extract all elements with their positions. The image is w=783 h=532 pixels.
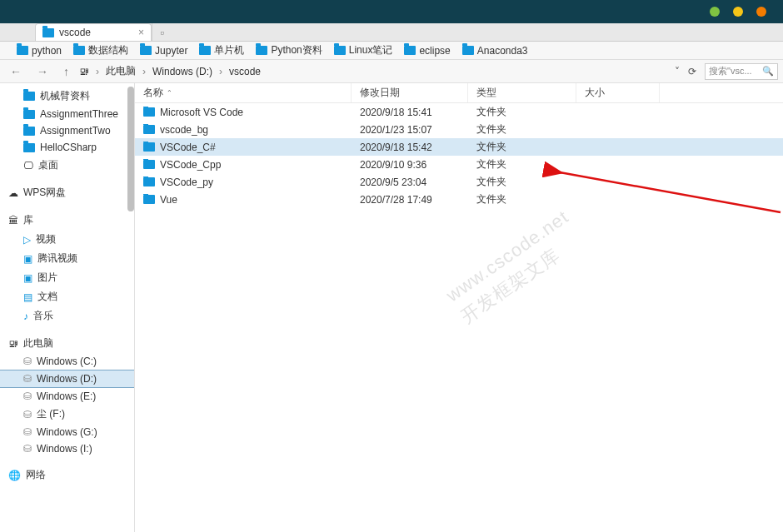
sidebar-library[interactable]: 🏛 库 [0,211,134,230]
bookmark-item[interactable]: Anaconda3 [462,45,528,57]
lib-item-icon: ▣ [23,272,32,284]
explorer-toolbar: ← → ↑ 🖳 › 此电脑 › Windows (D:) › vscode ˅ … [0,60,783,83]
folder-icon [143,160,155,169]
bookmarks-bar: python数据结构Jupyter单片机Python资料Linux笔记eclip… [0,42,783,60]
table-row[interactable]: VSCode_py2020/9/5 23:04文件夹 [135,173,783,191]
sidebar-lib-item[interactable]: ▣图片 [0,268,134,287]
table-row[interactable]: vscode_bg2020/1/23 15:07文件夹 [135,121,783,138]
column-headers: 名称 ⌃ 修改日期 类型 大小 [135,83,783,103]
file-type: 文件夹 [468,157,576,172]
desktop-icon: 🖵 [23,160,33,172]
folder-icon [143,107,155,117]
library-icon: 🏛 [8,215,18,226]
folder-icon [143,142,155,152]
col-size[interactable]: 大小 [576,83,660,102]
bookmark-item[interactable]: eclipse [404,45,450,57]
sidebar-lib-item[interactable]: ♪音乐 [0,306,134,326]
file-name: Microsoft VS Code [160,107,243,118]
history-dropdown[interactable]: ˅ [675,66,680,77]
bookmark-item[interactable]: 单片机 [199,43,244,57]
folder-icon [404,46,416,55]
browser-tab-active[interactable]: vscode × [35,23,152,41]
bookmark-item[interactable]: Python资料 [256,43,322,57]
folder-icon [256,46,267,55]
sidebar-lib-item[interactable]: ▷视频 [0,230,134,249]
tab-title: vscode [59,27,91,38]
file-name: vscode_bg [160,124,208,136]
file-name: VSCode_Cpp [160,159,221,171]
up-button[interactable]: ↑ [58,65,74,78]
breadcrumb[interactable]: 🖳 › 此电脑 › Windows (D:) › vscode [79,64,670,78]
window-maximize-dot[interactable] [733,7,743,17]
crumb-folder[interactable]: vscode [229,66,261,77]
table-row[interactable]: VSCode_Cpp2020/9/10 9:36文件夹 [135,156,783,173]
sidebar-fav-item[interactable]: AssignmentThree [0,106,134,122]
sidebar-drive-item[interactable]: ⛁Windows (E:) [0,388,134,405]
folder-icon [23,110,35,119]
table-row[interactable]: Microsoft VS Code2020/9/18 15:41文件夹 [135,103,783,121]
close-icon[interactable]: × [138,27,144,38]
pc-icon: 🖳 [79,66,89,77]
sidebar-drive-item[interactable]: ⛁Windows (C:) [0,353,134,370]
file-name: Vue [160,194,177,206]
col-name[interactable]: 名称 ⌃ [135,83,352,102]
col-date[interactable]: 修改日期 [352,83,468,102]
file-type: 文件夹 [468,192,576,206]
bookmark-item[interactable]: Linux笔记 [334,43,393,57]
file-type: 文件夹 [468,122,576,137]
sidebar-fav-item[interactable]: 机械臂资料 [0,87,134,106]
sidebar: 机械臂资料AssignmentThreeAssignmentTwoHelloCS… [0,83,135,532]
file-type: 文件夹 [468,105,576,119]
folder-icon [17,46,28,55]
sidebar-lib-item[interactable]: ▤文档 [0,287,134,306]
file-date: 2020/1/23 15:07 [352,124,468,136]
search-icon: 🔍 [762,66,774,77]
disk-icon: ⛁ [23,409,32,420]
folder-icon [462,46,474,55]
sort-indicator-icon: ⌃ [167,89,172,97]
search-input[interactable]: 搜索"vsc... 🔍 [705,63,778,80]
file-date: 2020/9/10 9:36 [352,159,468,171]
table-row[interactable]: VSCode_C#2020/9/18 15:42文件夹 [135,138,783,156]
disk-icon: ⛁ [23,426,32,438]
folder-icon [42,28,54,37]
window-minimize-dot[interactable] [710,7,720,17]
forward-button[interactable]: → [32,65,53,78]
new-tab-button[interactable]: ▫ [152,23,172,41]
sidebar-network[interactable]: 🌐 网络 [0,465,134,485]
sidebar-drive-item[interactable]: ⛁尘 (F:) [0,405,134,424]
window-close-dot[interactable] [756,7,766,17]
sidebar-drive-item[interactable]: ⛁Windows (G:) [0,424,134,440]
table-row[interactable]: Vue2020/7/28 17:49文件夹 [135,191,783,208]
bookmark-item[interactable]: 数据结构 [73,43,128,57]
folder-icon [143,195,155,204]
bookmark-item[interactable]: python [17,45,62,57]
sidebar-wps[interactable]: ☁ WPS网盘 [0,183,134,202]
lib-item-icon: ▣ [23,253,32,265]
refresh-button[interactable]: ⟳ [688,66,696,77]
bookmark-item[interactable]: Jupyter [140,45,187,57]
folder-icon [143,125,155,134]
sidebar-this-pc[interactable]: 🖳 此电脑 [0,334,134,353]
browser-tabbar: vscode × ▫ [0,23,783,42]
col-type[interactable]: 类型 [468,83,576,102]
crumb-drive[interactable]: Windows (D:) [152,66,212,77]
sidebar-fav-item[interactable]: 🖵桌面 [0,156,134,175]
folder-icon [23,143,35,152]
back-button[interactable]: ← [5,65,27,78]
sidebar-drive-item[interactable]: ⛁Windows (I:) [0,440,134,457]
sidebar-lib-item[interactable]: ▣腾讯视频 [0,249,134,268]
watermark: www.cscode.net 开发框架文库 [441,205,589,330]
folder-icon [334,46,346,55]
crumb-root[interactable]: 此电脑 [106,64,136,78]
search-placeholder: 搜索"vsc... [709,65,752,77]
sidebar-scrollbar[interactable] [127,87,134,211]
sidebar-drive-item[interactable]: ⛁Windows (D:) [0,370,134,388]
network-icon: 🌐 [8,470,21,481]
disk-icon: ⛁ [23,443,32,455]
file-name: VSCode_py [160,177,213,188]
lib-item-icon: ▤ [23,291,32,303]
disk-icon: ⛁ [23,355,32,367]
sidebar-fav-item[interactable]: AssignmentTwo [0,122,134,139]
sidebar-fav-item[interactable]: HelloCSharp [0,139,134,156]
